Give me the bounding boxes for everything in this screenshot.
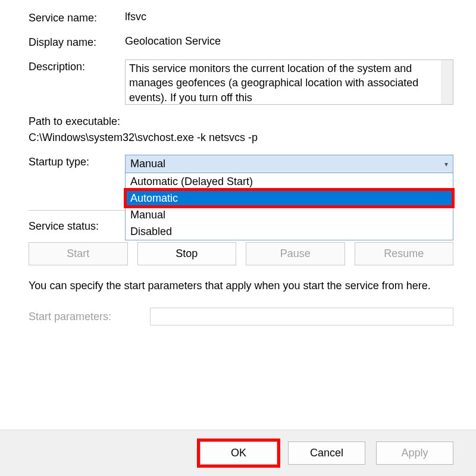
startup-option-delayed[interactable]: Automatic (Delayed Start) [126, 173, 453, 190]
display-name-value: Geolocation Service [125, 35, 453, 48]
display-name-label: Display name: [29, 35, 125, 49]
start-parameters-label: Start parameters: [29, 311, 150, 323]
chevron-down-icon: ▾ [444, 160, 448, 168]
start-button: Start [29, 242, 128, 265]
path-value: C:\Windows\system32\svchost.exe -k netsv… [29, 131, 453, 144]
description-label: Description: [29, 60, 125, 73]
startup-option-automatic[interactable]: Automatic [126, 190, 453, 206]
service-name-value: lfsvc [125, 11, 453, 23]
description-text: This service monitors the current locati… [129, 62, 418, 104]
service-name-label: Service name: [29, 11, 125, 24]
dialog-footer: OK Cancel Apply [0, 430, 476, 476]
path-label: Path to executable: [29, 115, 453, 128]
startup-type-label: Startup type: [29, 155, 125, 168]
apply-button: Apply [376, 441, 453, 465]
start-parameters-input [150, 308, 453, 325]
startup-option-manual[interactable]: Manual [126, 206, 453, 223]
startup-type-list: Automatic (Delayed Start) Automatic Manu… [125, 173, 453, 240]
pause-button: Pause [246, 242, 345, 265]
cancel-button[interactable]: Cancel [288, 441, 365, 465]
startup-type-dropdown[interactable]: Manual ▾ [125, 155, 453, 173]
description-textarea[interactable]: This service monitors the current locati… [125, 60, 453, 105]
ok-button[interactable]: OK [200, 441, 277, 465]
startup-type-selected: Manual [130, 158, 165, 170]
service-status-label: Service status: [29, 219, 125, 233]
startup-option-disabled[interactable]: Disabled [126, 223, 453, 240]
start-params-hint: You can specify the start parameters tha… [29, 278, 453, 293]
resume-button: Resume [355, 242, 454, 265]
scrollbar[interactable] [441, 60, 453, 104]
stop-button[interactable]: Stop [137, 242, 237, 265]
